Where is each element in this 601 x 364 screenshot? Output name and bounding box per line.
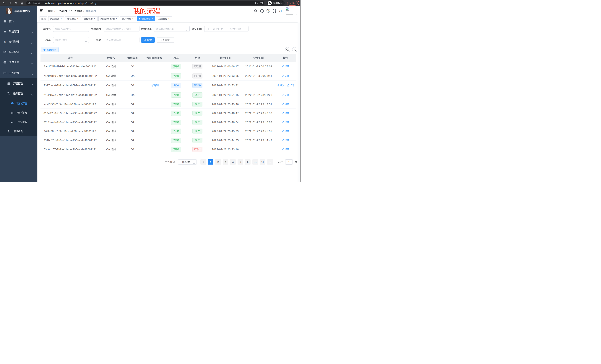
svg-text:?: ? xyxy=(268,10,269,12)
svg-text:¥: ¥ xyxy=(4,40,6,43)
svg-text:T: T xyxy=(279,10,280,12)
svg-text:T: T xyxy=(280,9,282,12)
